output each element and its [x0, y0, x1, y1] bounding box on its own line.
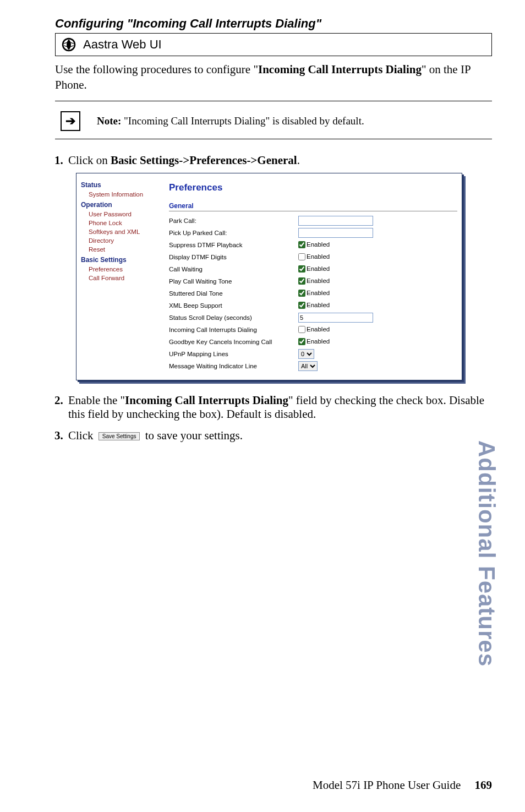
label-play-cw-tone: Play Call Waiting Tone [169, 278, 298, 285]
note-body: "Incoming Call Interrupts Dialing" is di… [121, 115, 364, 127]
park-call-input[interactable] [298, 216, 373, 226]
nav-reset[interactable]: Reset [89, 246, 163, 253]
intro-bold: Incoming Call Interrupts Dialing [258, 63, 422, 76]
nav-phone-lock[interactable]: Phone Lock [89, 220, 163, 226]
nav-preferences[interactable]: Preferences [89, 266, 163, 273]
stuttered-dial-checkbox[interactable] [298, 290, 305, 297]
nav-status: Status [81, 181, 163, 189]
intro-prefix: Use the following procedures to configur… [55, 63, 258, 76]
label-mwi-line: Message Waiting Indicator Line [169, 363, 298, 369]
screenshot-nav: Status System Information Operation User… [81, 178, 163, 372]
label-status-scroll: Status Scroll Delay (seconds) [169, 314, 298, 321]
enabled-label: Enabled [307, 326, 330, 333]
mwi-select[interactable]: All [298, 361, 318, 371]
step3-prefix: Click [68, 429, 96, 442]
nav-operation: Operation [81, 201, 163, 209]
footer-text: Model 57i IP Phone User Guide [313, 778, 461, 792]
label-suppress-dtmf: Suppress DTMF Playback [169, 242, 298, 248]
enabled-label: Enabled [307, 302, 330, 308]
nav-system-information[interactable]: System Information [89, 191, 163, 198]
upnp-select[interactable]: 0 [298, 349, 314, 359]
pickup-parked-input[interactable] [298, 228, 373, 238]
enabled-label: Enabled [307, 338, 330, 345]
page-number: 169 [475, 778, 493, 792]
note-text: Note: "Incoming Call Interrupts Dialing"… [97, 115, 364, 127]
label-stuttered-dial: Stuttered Dial Tone [169, 290, 298, 297]
label-call-waiting: Call Waiting [169, 266, 298, 273]
preferences-screenshot: Status System Information Operation User… [76, 173, 462, 380]
label-pickup-parked: Pick Up Parked Call: [169, 230, 298, 236]
step1-suffix: . [297, 154, 300, 167]
xml-beep-checkbox[interactable] [298, 302, 305, 309]
divider-bottom [55, 139, 492, 139]
step3-suffix: to save your settings. [142, 429, 243, 442]
call-waiting-checkbox[interactable] [298, 265, 305, 273]
intro-paragraph: Use the following procedures to configur… [55, 62, 492, 93]
save-settings-button[interactable]: Save Settings [99, 432, 140, 440]
status-scroll-input[interactable] [298, 313, 373, 323]
enabled-label: Enabled [307, 265, 330, 272]
preferences-title: Preferences [169, 182, 457, 193]
step1-prefix: Click on [68, 154, 111, 167]
note-row: ➔ Note: "Incoming Call Interrupts Dialin… [55, 111, 492, 131]
enabled-label: Enabled [307, 241, 330, 248]
note-label: Note: [97, 115, 121, 127]
label-upnp: UPnP Mapping Lines [169, 351, 298, 357]
arrow-right-icon: ➔ [61, 111, 80, 131]
step2-prefix: Enable the " [68, 394, 125, 407]
step1-bold: Basic Settings->Preferences->General [111, 154, 297, 167]
enabled-label: Enabled [307, 253, 330, 260]
page-footer: Model 57i IP Phone User Guide 169 [313, 778, 492, 792]
group-general: General [169, 202, 457, 211]
nav-directory[interactable]: Directory [89, 237, 163, 244]
suppress-dtmf-checkbox[interactable] [298, 241, 305, 248]
label-park-call: Park Call: [169, 217, 298, 224]
nav-call-forward[interactable]: Call Forward [89, 275, 163, 281]
label-display-dtmf: Display DTMF Digits [169, 254, 298, 260]
label-goodbye-cancel: Goodbye Key Cancels Incoming Call [169, 339, 298, 345]
globe-icon [61, 37, 76, 52]
nav-user-password[interactable]: User Password [89, 211, 163, 217]
goodbye-cancel-checkbox[interactable] [298, 338, 305, 345]
divider-top [55, 101, 492, 101]
play-cw-tone-checkbox[interactable] [298, 277, 305, 285]
step-3: Click Save Settings to save your setting… [66, 429, 492, 443]
label-xml-beep: XML Beep Support [169, 302, 298, 309]
enabled-label: Enabled [307, 277, 330, 284]
nav-basic-settings: Basic Settings [81, 256, 163, 264]
ui-header-label: Aastra Web UI [83, 37, 162, 52]
step-1: Click on Basic Settings->Preferences->Ge… [66, 154, 492, 380]
enabled-label: Enabled [307, 290, 330, 296]
incoming-interrupts-checkbox[interactable] [298, 326, 305, 333]
section-heading: Configuring "Incoming Call Interrupts Di… [55, 17, 492, 31]
section-tab: Additional Features [473, 440, 500, 667]
step2-bold: Incoming Call Interrupts Dialing [125, 394, 288, 407]
step-2: Enable the "Incoming Call Interrupts Dia… [66, 394, 492, 421]
ui-header-bar: Aastra Web UI [55, 33, 492, 56]
nav-softkeys-xml[interactable]: Softkeys and XML [89, 228, 163, 235]
display-dtmf-checkbox[interactable] [298, 253, 305, 260]
label-incoming-interrupts: Incoming Call Interrupts Dialing [169, 326, 298, 333]
